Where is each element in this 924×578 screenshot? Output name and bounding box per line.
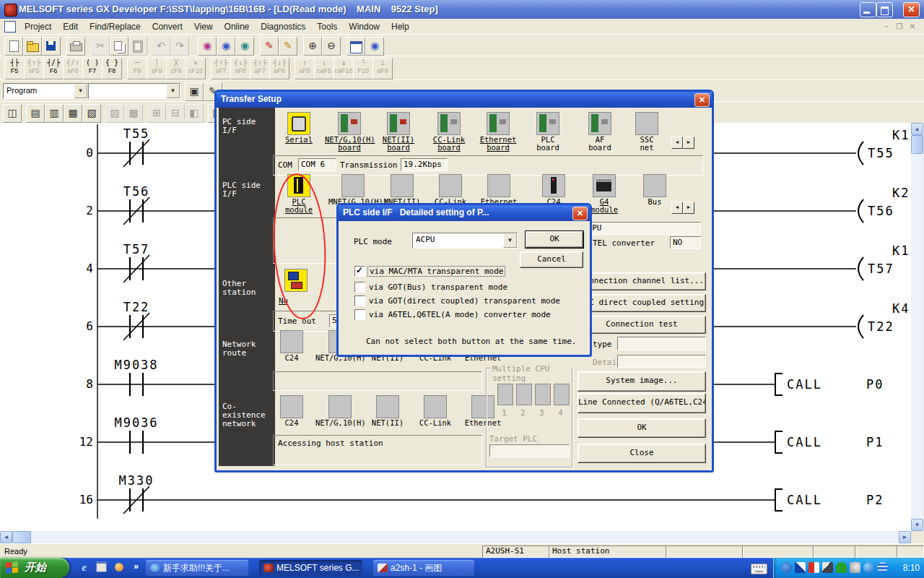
menu-online[interactable]: Online <box>219 20 256 33</box>
horizontal-scrollbar[interactable]: ◄ ► <box>0 531 911 543</box>
tray-clock[interactable]: 8:10 <box>903 563 920 573</box>
other-station-no[interactable] <box>274 269 318 292</box>
menu-view[interactable]: View <box>188 20 219 33</box>
plc-if-c24[interactable]: C24 <box>529 174 578 206</box>
line-connected-button[interactable]: Line Connected (Q/A6TEL,C24)... <box>578 393 706 413</box>
quicklaunch-ie-icon[interactable]: e <box>78 561 90 574</box>
view-comment-button[interactable]: ▤ <box>26 104 45 123</box>
pc-if-ssc-net[interactable]: SSC net <box>622 112 671 152</box>
antivirus-umbrella-tray-icon[interactable] <box>836 562 847 573</box>
ladder-f6-button[interactable]: ┤/├F6 <box>43 58 64 79</box>
contact-label[interactable]: T56 <box>100 184 173 199</box>
find-instruction-button[interactable]: ◉ <box>235 37 254 56</box>
a6tel-checkbox[interactable] <box>354 309 365 320</box>
program-select[interactable]: Program▼ <box>3 83 88 99</box>
contact-label[interactable]: T22 <box>100 300 173 314</box>
pc-if-ethernet-board[interactable]: Ethernet board <box>474 112 523 152</box>
quicklaunch-desktop-icon[interactable] <box>95 561 108 574</box>
ladder-f8-button[interactable]: { }F8 <box>102 58 122 79</box>
menu-help[interactable]: Help <box>385 20 415 33</box>
parameter-edit-button[interactable]: ▣ <box>185 82 204 101</box>
call-instruction[interactable]: CALL <box>787 493 822 507</box>
call-instruction[interactable]: CALL <box>787 377 822 392</box>
plc-detail-cancel-button[interactable]: Cancel <box>520 251 583 268</box>
menu-find-replace[interactable]: Find/Replace <box>84 20 147 33</box>
pc-if-af-board[interactable]: AF board <box>575 112 624 152</box>
plc-if-cclink[interactable]: CC-Link <box>426 174 475 206</box>
mac-mta-label[interactable]: via MAC/MTA transparent mode <box>367 266 505 277</box>
coex-net2[interactable]: NET(II) <box>363 395 412 427</box>
pen-tool-tray-icon[interactable] <box>822 562 833 573</box>
horizontal-scroll-thumb[interactable] <box>12 531 31 543</box>
view-alias-button[interactable]: ▧ <box>82 104 101 123</box>
pc-if-serial[interactable]: Serial <box>274 112 323 144</box>
pc-row-scroll-left-icon[interactable]: ◄ <box>671 137 683 149</box>
connection-channel-list-button[interactable]: Connection channel list... <box>578 272 706 290</box>
device-comment-button[interactable]: ◉ <box>365 37 384 56</box>
project-data-list-button[interactable] <box>346 37 365 56</box>
coil-label[interactable]: T55 <box>868 146 894 160</box>
contact-label[interactable]: M9036 <box>100 415 173 430</box>
plc-row-scroll-left-icon[interactable]: ◄ <box>671 202 683 214</box>
contact-label[interactable]: M330 <box>100 473 173 488</box>
write-mode-button[interactable]: ✎ <box>260 37 279 56</box>
coil-label[interactable]: T56 <box>868 204 894 218</box>
ladder-list-toggle-button[interactable]: ◫ <box>3 104 22 123</box>
coex-net-g10h[interactable]: NET/G,10(H) <box>315 395 365 427</box>
menu-tools[interactable]: Tools <box>311 20 343 33</box>
plc-detail-titlebar[interactable]: PLC side I/F Detailed setting of P... <box>339 205 590 221</box>
got-bus-label[interactable]: via GOT(Bus) transparent mode <box>369 282 507 292</box>
vertical-scroll-thumb[interactable] <box>911 135 923 154</box>
reader-tray-icon[interactable] <box>808 562 819 573</box>
plc-detail-ok-button[interactable]: OK <box>526 231 583 248</box>
mdi-document-icon[interactable] <box>4 21 16 33</box>
zoom-in-button[interactable]: ⊕ <box>303 37 322 56</box>
find-device-button[interactable]: ◉ <box>198 37 217 56</box>
input-method-tray-icon[interactable] <box>795 562 806 573</box>
system-image-button[interactable]: System image... <box>578 371 706 392</box>
restore-button[interactable] <box>876 2 893 17</box>
keyboard-indicator-icon[interactable] <box>751 564 767 574</box>
plc-row-scroll-right-icon[interactable]: ► <box>683 202 694 214</box>
open-button[interactable] <box>23 37 42 56</box>
got-direct-label[interactable]: via GOT(direct coupled) transparent mode <box>369 296 560 306</box>
plc-if-plc-module[interactable]: PLC module <box>274 174 323 214</box>
print-button[interactable] <box>66 37 85 56</box>
dropdown-arrow-icon[interactable]: ▼ <box>74 84 87 98</box>
find-replace-button[interactable]: ◉ <box>217 37 235 56</box>
scroll-right-icon[interactable]: ► <box>899 531 911 543</box>
menu-edit[interactable]: Edit <box>57 20 84 33</box>
transfer-setup-titlebar[interactable]: Transfer Setup <box>217 92 712 108</box>
plc-detail-close-button[interactable]: ✕ <box>572 207 588 220</box>
quicklaunch-media-icon[interactable] <box>113 561 125 574</box>
volume-tray-icon[interactable] <box>850 562 860 573</box>
zoom-out-button[interactable]: ⊖ <box>322 37 341 56</box>
task-paint-window[interactable]: a2sh-1 - 画图 <box>373 560 474 576</box>
menu-convert[interactable]: Convert <box>147 20 188 33</box>
new-button[interactable] <box>4 37 23 56</box>
plc-if-mnet-g10h[interactable]: MNET(G,10(H)) <box>328 174 378 206</box>
menu-project[interactable]: Project <box>19 20 57 33</box>
network-globe-tray-icon[interactable] <box>877 562 888 573</box>
close-button[interactable]: ✕ <box>903 2 920 17</box>
view-note-button[interactable]: ▦ <box>64 104 82 123</box>
transfer-ok-button[interactable]: OK <box>578 418 706 438</box>
got-bus-checkbox[interactable] <box>354 282 365 293</box>
contact-label[interactable]: T57 <box>100 242 173 256</box>
call-instruction[interactable]: CALL <box>787 435 822 449</box>
mac-mta-checkbox[interactable]: ✓ <box>354 266 365 277</box>
coex-cclink[interactable]: CC-Link <box>411 395 460 427</box>
transfer-close-button[interactable]: Close <box>578 444 706 463</box>
task-forum-window[interactable]: 新手求助!!!关于... <box>146 560 248 576</box>
transfer-setup-close-button[interactable]: ✕ <box>694 93 710 107</box>
dropdown-arrow-icon[interactable]: ▼ <box>503 233 517 248</box>
pc-if-cclink-board[interactable]: CC-Link board <box>424 112 474 152</box>
start-button[interactable]: 开始 <box>0 558 69 578</box>
quicklaunch-chevron-icon[interactable]: » <box>130 561 142 574</box>
task-melsoft-window[interactable]: MELSOFT series G... <box>259 560 362 576</box>
plc-if-ethernet[interactable]: Ethernet <box>474 174 523 206</box>
ladder-f5-button[interactable]: ┤├F5 <box>4 58 25 79</box>
menu-window[interactable]: Window <box>343 20 385 33</box>
pc-if-net-g10h-board[interactable]: NET/G,10(H) board <box>325 112 374 152</box>
copy-button[interactable] <box>110 37 128 56</box>
